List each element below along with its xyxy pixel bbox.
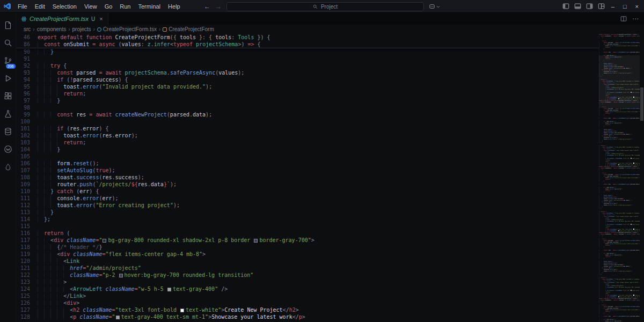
activity-bar: 206 (0, 13, 16, 322)
code-line: 90 } (16, 48, 599, 55)
minimap-line: const res = await createNewProject(parse… (599, 184, 640, 185)
toggle-panel-icon[interactable] (574, 3, 581, 10)
color-swatch-icon (619, 155, 620, 156)
breadcrumb: src›components›projects›CreateProjectFor… (16, 25, 644, 34)
code-line: 117 <div className="bg-gray-800 rounded-… (16, 237, 599, 244)
sticky-scroll: 46export default function CreateProjectF… (16, 34, 599, 48)
copilot-icon (429, 3, 435, 10)
code-editor[interactable]: 46export default function CreateProjectF… (16, 34, 644, 322)
tab-close-icon[interactable]: × (99, 16, 103, 22)
tab-createprojectform[interactable]: CreateProjectForm.tsx U × (16, 13, 108, 25)
forward-icon[interactable]: → (215, 3, 222, 10)
tailwind-droplet-icon[interactable] (0, 158, 16, 175)
toggle-secondary-sidebar-icon[interactable] (586, 3, 593, 10)
breadcrumb-separator: › (93, 26, 95, 32)
breadcrumb-item[interactable]: components (37, 26, 66, 32)
copilot-button[interactable] (429, 3, 440, 10)
color-swatch-icon (619, 287, 620, 288)
split-editor-icon[interactable] (620, 16, 627, 22)
back-icon[interactable]: ← (204, 3, 210, 10)
react-icon (97, 27, 101, 32)
code-line: 86 const onSubmit = async (values: z.inf… (16, 41, 599, 48)
code-line: 124 <ArrowLeft className="w-5 h-5 text-g… (16, 286, 599, 292)
code-line: 106 form.reset(); (16, 160, 599, 167)
explorer-icon[interactable] (0, 16, 16, 34)
color-swatch-icon (119, 274, 123, 277)
color-swatch-icon (615, 213, 616, 214)
code-line: 95 toast.error("Invalid project data pro… (16, 83, 599, 90)
minimap-line: const res = await createNewProject(parse… (599, 52, 640, 53)
breadcrumb-item[interactable]: projects (72, 26, 91, 32)
code-line: 119 <div className="flex items-center ga… (16, 251, 599, 258)
code-line: 120 <Link (16, 258, 599, 265)
breadcrumb-item[interactable]: src (24, 26, 31, 32)
code-line: 128 <p className="text-gray-400 text-sm … (16, 313, 599, 320)
code-line: 98 (16, 104, 599, 111)
code-line: 93 const parsed = await projectSchema.sa… (16, 69, 599, 76)
code-line: 104 } (16, 146, 599, 153)
command-center: ← → Project (204, 0, 440, 13)
minimap[interactable]: export default function CreateProjectFor… (599, 34, 640, 322)
code-line: 113 } (16, 209, 599, 216)
breadcrumb-separator: › (159, 26, 160, 32)
code-line: 114 }; (16, 216, 599, 223)
search-sidebar-icon[interactable] (0, 34, 16, 52)
search-input[interactable]: Project (226, 2, 424, 11)
code-line: 107 setAutoSlug(true); (16, 167, 599, 174)
code-line: 116 return ( (16, 230, 599, 237)
more-actions-icon[interactable]: ⋯ (632, 15, 639, 23)
search-text: Project (321, 4, 338, 10)
color-swatch-icon (631, 224, 632, 225)
code-line: 108 toast.success(res.success); (16, 174, 599, 181)
title-bar-right: – □ × (562, 3, 644, 10)
code-line: 46export default function CreateProjectF… (16, 34, 599, 41)
code-line: 109 router.push(`/projects/${res.data}`)… (16, 181, 599, 188)
breadcrumb-separator: › (68, 26, 70, 32)
window-controls: – □ × (611, 3, 639, 10)
source-control-icon[interactable]: 206 (0, 52, 16, 69)
breadcrumb-item[interactable]: CreateProjectForm.tsx (97, 26, 157, 32)
git-status-badge: U (91, 16, 95, 22)
extensions-icon[interactable] (0, 87, 16, 105)
tab-bar: CreateProjectForm.tsx U × ⋯ (16, 13, 644, 25)
database-icon[interactable] (0, 122, 16, 140)
symbol-icon (163, 27, 167, 32)
menu-selection[interactable]: Selection (49, 3, 80, 10)
color-swatch-icon (167, 288, 171, 291)
menu-edit[interactable]: Edit (31, 3, 49, 10)
maximize-icon[interactable]: □ (623, 3, 627, 10)
run-and-debug-icon[interactable] (0, 69, 16, 87)
code-lines[interactable]: 90 }9192 try {93 const parsed = await pr… (16, 48, 599, 320)
close-icon[interactable]: × (635, 3, 639, 10)
minimap-line: const onSubmit = async (values: z.infer<… (599, 35, 640, 37)
chevron-down-icon (436, 5, 440, 9)
code-line: 102 toast.error(res.error); (16, 132, 599, 139)
menu-terminal[interactable]: Terminal (135, 3, 165, 10)
wakatime-icon[interactable] (0, 140, 16, 158)
testing-icon[interactable] (0, 105, 16, 122)
code-line: 126 <div> (16, 299, 599, 306)
menu-run[interactable]: Run (116, 3, 134, 10)
menu-file[interactable]: File (14, 3, 31, 10)
menu-view[interactable]: View (80, 3, 101, 10)
scrollbar-thumb[interactable] (640, 87, 643, 121)
code-line: 111 console.error(err); (16, 195, 599, 202)
code-line: 118 {/* Header */} (16, 244, 599, 251)
react-file-icon (21, 16, 27, 22)
customize-layout-icon[interactable] (598, 3, 605, 10)
code-line: 123 > (16, 279, 599, 286)
scrollbar[interactable] (640, 34, 644, 322)
color-swatch-icon (116, 316, 120, 319)
color-swatch-icon (615, 279, 616, 280)
toggle-sidebar-icon[interactable] (562, 3, 569, 10)
menu-go[interactable]: Go (101, 3, 116, 10)
code-line: 99 const res = await createNewProject(pa… (16, 111, 599, 118)
breadcrumb-item[interactable]: CreateProjectForm (163, 26, 214, 32)
minimap-slider[interactable] (599, 55, 640, 108)
editor-actions: ⋯ (620, 13, 644, 25)
minimize-icon[interactable]: – (611, 3, 614, 10)
code-area[interactable]: 46export default function CreateProjectF… (16, 34, 599, 322)
menu-help[interactable]: Help (164, 3, 184, 10)
color-swatch-icon (103, 239, 106, 243)
scm-badge: 206 (6, 64, 16, 69)
